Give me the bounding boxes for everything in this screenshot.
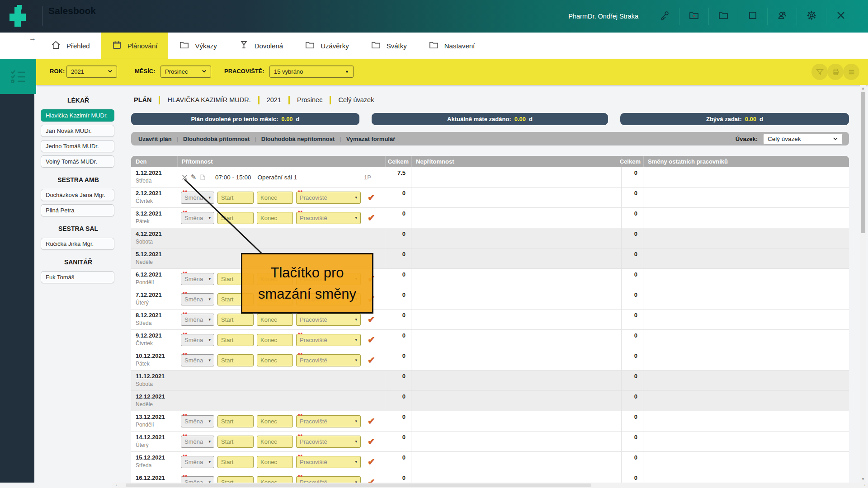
confirm-check-icon[interactable]: ✔ [368, 477, 375, 483]
start-input[interactable]: Start [217, 192, 254, 204]
vertical-scroll-thumb[interactable] [861, 92, 865, 233]
rok-select[interactable]: 2021 [66, 66, 117, 78]
scroll-down-icon[interactable]: ▼ [860, 477, 866, 481]
konec-input[interactable]: Konec [257, 192, 293, 204]
smena-select[interactable]: ••Směna▾ [181, 293, 214, 305]
smena-select[interactable]: ••Směna▾ [181, 212, 214, 224]
sidebar-staff-item[interactable]: Fuk Tomáš [41, 271, 114, 283]
pracoviste-select[interactable]: 15 vybráno ▼ [269, 66, 354, 78]
tab-dovolena[interactable]: Dovolená [228, 33, 294, 59]
pracoviste-select[interactable]: ••Pracoviště▾ [296, 192, 361, 204]
start-input[interactable]: Start [217, 415, 254, 427]
pracoviste-select[interactable]: ••Pracoviště▾ [296, 415, 361, 427]
header-gear-button[interactable] [797, 10, 826, 23]
scroll-up-icon[interactable]: ▲ [860, 86, 866, 90]
smena-select[interactable]: ••Směna▾ [181, 476, 214, 483]
header-folder-button[interactable] [709, 10, 738, 23]
required-marker: •• [183, 352, 188, 356]
smena-select[interactable]: ••Směna▾ [181, 334, 214, 346]
tab-prehled[interactable]: Přehled [40, 33, 101, 59]
start-input[interactable]: Start [217, 354, 254, 366]
mesic-select[interactable]: Prosinec [160, 66, 211, 78]
confirm-check-icon[interactable]: ✔ [368, 334, 375, 345]
tab-nastaveni[interactable]: Nastavení [418, 33, 486, 59]
filter-menu-button[interactable] [843, 64, 859, 80]
day-cell: 5.12.2021Neděle [131, 249, 177, 268]
header-key-button[interactable] [650, 10, 679, 23]
konec-input[interactable]: Konec [257, 415, 293, 427]
sidebar-staff-item[interactable]: Pilná Petra [41, 204, 114, 216]
shift-delete-icon[interactable] [181, 174, 188, 181]
scroll-left-icon[interactable]: ‹ [116, 483, 117, 488]
konec-input[interactable]: Konec [257, 334, 293, 346]
konec-input[interactable]: Konec [257, 436, 293, 448]
action-4-link[interactable]: Vymazat formulář [346, 136, 396, 142]
konec-input[interactable]: Konec [257, 212, 293, 224]
konec-input[interactable]: Konec [257, 354, 293, 366]
tab-svatky[interactable]: Svátky [360, 33, 418, 59]
smena-select[interactable]: ••Směna▾ [181, 456, 214, 468]
shift-edit-icon[interactable]: ✎ [190, 174, 197, 181]
print-button[interactable] [827, 64, 844, 80]
required-marker: •• [298, 352, 303, 356]
confirm-check-icon[interactable]: ✔ [368, 212, 375, 223]
pracoviste-select[interactable]: ••Pracoviště▾ [296, 436, 361, 448]
tab-vykazy[interactable]: Výkazy [168, 33, 227, 59]
header-close-button[interactable] [826, 10, 855, 23]
shift-note-icon[interactable] [199, 174, 206, 181]
nav-forward-arrow-icon[interactable]: → [29, 34, 36, 42]
vertical-scrollbar[interactable]: ▲ ▼ [860, 85, 866, 483]
confirm-check-icon[interactable]: ✔ [368, 192, 375, 203]
sidebar-staff-item[interactable]: Jedno Tomáš MUDr. [41, 140, 114, 152]
confirm-check-icon[interactable]: ✔ [368, 456, 375, 467]
start-input[interactable]: Start [217, 314, 254, 326]
start-input[interactable]: Start [217, 456, 254, 468]
celkem-nepritomnost-value: 0 [622, 411, 643, 431]
sidebar-staff-item[interactable]: Volný Tomáš MUDr. [41, 155, 114, 168]
pracoviste-placeholder: Pracoviště [300, 194, 327, 201]
smena-select[interactable]: ••Směna▾ [181, 192, 214, 204]
sidebar-staff-item[interactable]: Jan Novák MUDr. [41, 125, 114, 137]
pracoviste-select[interactable]: ••Pracoviště▾ [296, 456, 361, 468]
smena-select[interactable]: ••Směna▾ [181, 436, 214, 448]
smena-select[interactable]: ••Směna▾ [181, 415, 214, 427]
action-3-link[interactable]: Dlouhodobá nepřítomnost [261, 136, 335, 142]
pracoviste-select[interactable]: ••Pracoviště▾ [296, 476, 361, 483]
confirm-check-icon[interactable]: ✔ [368, 355, 375, 366]
horizontal-scrollbar[interactable]: ‹ › [112, 483, 868, 488]
konec-input[interactable]: Konec [257, 476, 293, 483]
start-input[interactable]: Start [217, 436, 254, 448]
horizontal-scroll-thumb[interactable] [126, 483, 591, 487]
konec-input[interactable]: Konec [257, 456, 293, 468]
confirm-check-icon[interactable]: ✔ [368, 436, 375, 447]
action-1-link[interactable]: Uzavřít plán [138, 136, 172, 142]
pracoviste-select[interactable]: ••Pracoviště▾ [296, 212, 361, 224]
start-input[interactable]: Start [217, 476, 254, 483]
confirm-check-icon[interactable]: ✔ [368, 314, 375, 325]
header-users-button[interactable] [768, 10, 797, 23]
header-folder-n-button[interactable]: N [679, 10, 708, 23]
start-input[interactable]: Start [217, 334, 254, 346]
sidebar-staff-item[interactable]: Ručička Jirka Mgr. [41, 238, 114, 250]
smena-select[interactable]: ••Směna▾ [181, 314, 214, 326]
day-name: Sobota [136, 239, 177, 245]
pracoviste-select[interactable]: ••Pracoviště▾ [296, 314, 361, 326]
konec-input[interactable]: Konec [257, 314, 293, 326]
sidebar-staff-item[interactable]: Docházková Jana Mgr. [41, 189, 114, 201]
sidebar-toggle-button[interactable] [0, 59, 36, 94]
tab-uzaverky[interactable]: Uzávěrky [294, 33, 360, 59]
start-input[interactable]: Start [217, 212, 254, 224]
sidebar-staff-item[interactable]: Hlavička Kazimír MUDr. [41, 109, 114, 122]
smena-select[interactable]: ••Směna▾ [181, 273, 214, 285]
pracoviste-select[interactable]: ••Pracoviště▾ [296, 334, 361, 346]
pracoviste-select[interactable]: ••Pracoviště▾ [296, 354, 361, 366]
tab-label: Výkazy [195, 42, 217, 50]
header-square-button[interactable] [738, 10, 767, 23]
scroll-right-icon[interactable]: › [864, 483, 865, 488]
uvazek-select[interactable]: Celý úvazek [763, 133, 843, 145]
tab-planovani[interactable]: Plánování [101, 33, 169, 59]
filter-funnel-button[interactable] [811, 64, 828, 80]
smena-select[interactable]: ••Směna▾ [181, 354, 214, 366]
confirm-check-icon[interactable]: ✔ [368, 416, 375, 427]
action-2-link[interactable]: Dlouhodobá přítomnost [183, 136, 250, 142]
